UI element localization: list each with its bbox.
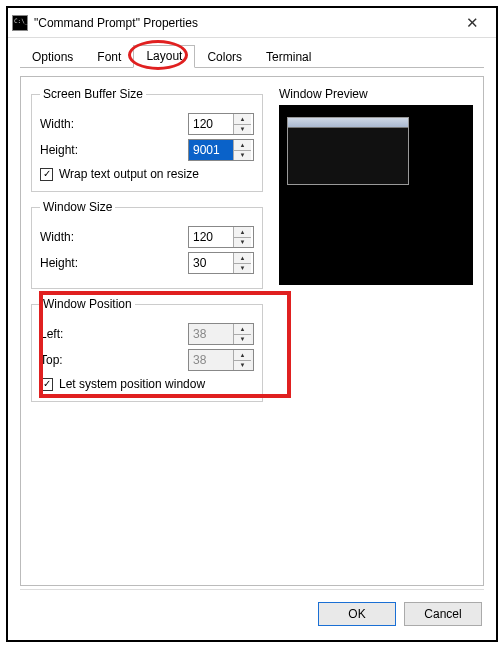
legend-window-position: Window Position [40, 297, 135, 311]
checkbox-autopos[interactable]: ✓ [40, 378, 53, 391]
cancel-button[interactable]: Cancel [404, 602, 482, 626]
ok-button[interactable]: OK [318, 602, 396, 626]
spin-down-icon: ▼ [234, 335, 251, 345]
input-winpos-left [189, 324, 233, 344]
titlebar: "Command Prompt" Properties ✕ [8, 8, 496, 38]
layout-panel: Screen Buffer Size Width: ▲ ▼ [20, 76, 484, 586]
spin-down-icon: ▼ [234, 361, 251, 371]
input-winpos-top [189, 350, 233, 370]
spin-down-icon[interactable]: ▼ [234, 151, 251, 161]
spin-up-icon[interactable]: ▲ [234, 227, 251, 238]
label-wrap: Wrap text output on resize [59, 167, 199, 181]
legend-screen-buffer: Screen Buffer Size [40, 87, 146, 101]
preview-mini-window [287, 117, 409, 185]
tab-font[interactable]: Font [85, 47, 133, 68]
label-preview: Window Preview [279, 87, 473, 101]
window-title: "Command Prompt" Properties [34, 16, 452, 30]
label-buffer-height: Height: [40, 143, 112, 157]
label-buffer-width: Width: [40, 117, 112, 131]
checkbox-wrap[interactable]: ✓ [40, 168, 53, 181]
label-winsize-width: Width: [40, 230, 112, 244]
spin-up-icon[interactable]: ▲ [234, 253, 251, 264]
tab-layout[interactable]: Layout [133, 45, 195, 68]
spin-buffer-width[interactable]: ▲ ▼ [188, 113, 254, 135]
group-screen-buffer: Screen Buffer Size Width: ▲ ▼ [31, 87, 263, 192]
input-winsize-height[interactable] [189, 253, 233, 273]
tab-options[interactable]: Options [20, 47, 85, 68]
spin-winsize-height[interactable]: ▲ ▼ [188, 252, 254, 274]
input-buffer-height[interactable] [189, 140, 233, 160]
legend-window-size: Window Size [40, 200, 115, 214]
spin-down-icon[interactable]: ▼ [234, 238, 251, 248]
divider [20, 589, 484, 590]
tab-colors[interactable]: Colors [195, 47, 254, 68]
window-preview [279, 105, 473, 285]
checkbox-wrap-row[interactable]: ✓ Wrap text output on resize [40, 167, 254, 181]
spin-up-icon: ▲ [234, 324, 251, 335]
spin-down-icon[interactable]: ▼ [234, 264, 251, 274]
spin-down-icon[interactable]: ▼ [234, 125, 251, 135]
button-bar: OK Cancel [318, 602, 482, 626]
dialog-window: "Command Prompt" Properties ✕ Options Fo… [6, 6, 498, 642]
spin-winpos-top: ▲ ▼ [188, 349, 254, 371]
cmd-icon [12, 15, 28, 31]
spin-winsize-width[interactable]: ▲ ▼ [188, 226, 254, 248]
group-window-size: Window Size Width: ▲ ▼ Heig [31, 200, 263, 289]
label-winpos-top: Top: [40, 353, 112, 367]
input-buffer-width[interactable] [189, 114, 233, 134]
spin-up-icon[interactable]: ▲ [234, 114, 251, 125]
preview-mini-titlebar [288, 118, 408, 128]
tab-strip: Options Font Layout Colors Terminal [8, 38, 496, 68]
checkbox-autopos-row[interactable]: ✓ Let system position window [40, 377, 254, 391]
input-winsize-width[interactable] [189, 227, 233, 247]
label-autopos: Let system position window [59, 377, 205, 391]
spin-buffer-height[interactable]: ▲ ▼ [188, 139, 254, 161]
spin-up-icon[interactable]: ▲ [234, 140, 251, 151]
label-winpos-left: Left: [40, 327, 112, 341]
group-window-position: Window Position Left: ▲ ▼ T [31, 297, 263, 402]
close-button[interactable]: ✕ [452, 9, 492, 37]
tab-underline [20, 67, 484, 68]
spin-up-icon: ▲ [234, 350, 251, 361]
spin-winpos-left: ▲ ▼ [188, 323, 254, 345]
tab-terminal[interactable]: Terminal [254, 47, 323, 68]
label-winsize-height: Height: [40, 256, 112, 270]
